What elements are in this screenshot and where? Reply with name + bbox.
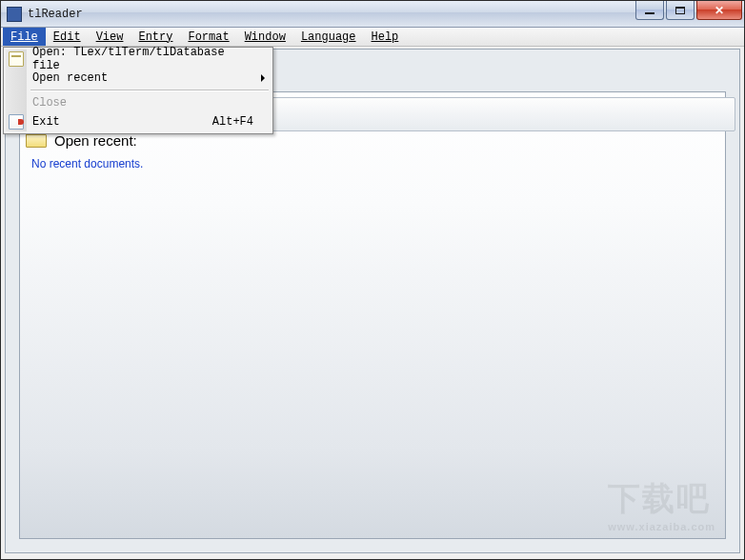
- menu-format[interactable]: Format: [180, 28, 236, 46]
- menu-separator: [30, 90, 269, 91]
- menu-entry[interactable]: Entry: [131, 28, 180, 46]
- window-title: tlReader: [28, 8, 83, 21]
- menu-edit[interactable]: Edit: [46, 28, 89, 46]
- exit-icon: [9, 114, 24, 130]
- minimize-icon: [645, 12, 654, 14]
- open-file-icon: [9, 51, 24, 67]
- file-menu-open-recent[interactable]: Open recent: [6, 69, 271, 88]
- app-icon: [7, 7, 22, 22]
- exit-shortcut: Alt+F4: [212, 115, 253, 129]
- file-menu-open[interactable]: Open: TLex/tlTerm/tlDatabase file: [6, 50, 271, 69]
- app-window: tlReader ✕ File Edit View Entry Format W…: [0, 0, 745, 560]
- no-recent-text: No recent documents.: [31, 157, 725, 170]
- maximize-icon: [675, 7, 685, 14]
- file-menu-close: Close: [6, 93, 271, 112]
- open-recent-label: Open recent:: [54, 132, 137, 149]
- close-button[interactable]: ✕: [696, 1, 742, 20]
- file-dropdown: Open: TLex/tlTerm/tlDatabase file Open r…: [3, 47, 273, 134]
- submenu-arrow-icon: [261, 74, 265, 82]
- minimize-button[interactable]: [635, 1, 664, 20]
- content-panel: Open: TLex/tlTerm/tlDatabase file Open r…: [19, 91, 726, 539]
- titlebar[interactable]: tlReader ✕: [1, 1, 744, 28]
- menu-language[interactable]: Language: [293, 28, 364, 46]
- menubar: File Edit View Entry Format Window Langu…: [1, 28, 744, 47]
- menu-window[interactable]: Window: [237, 28, 293, 46]
- menu-help[interactable]: Help: [364, 28, 407, 46]
- watermark: 下载吧 www.xiazaiba.com: [608, 477, 715, 532]
- close-icon: ✕: [715, 4, 724, 17]
- window-controls: ✕: [635, 1, 742, 20]
- menu-file[interactable]: File: [3, 28, 46, 46]
- file-menu-exit[interactable]: Exit Alt+F4: [6, 112, 271, 131]
- menu-view[interactable]: View: [89, 28, 131, 46]
- maximize-button[interactable]: [666, 1, 695, 20]
